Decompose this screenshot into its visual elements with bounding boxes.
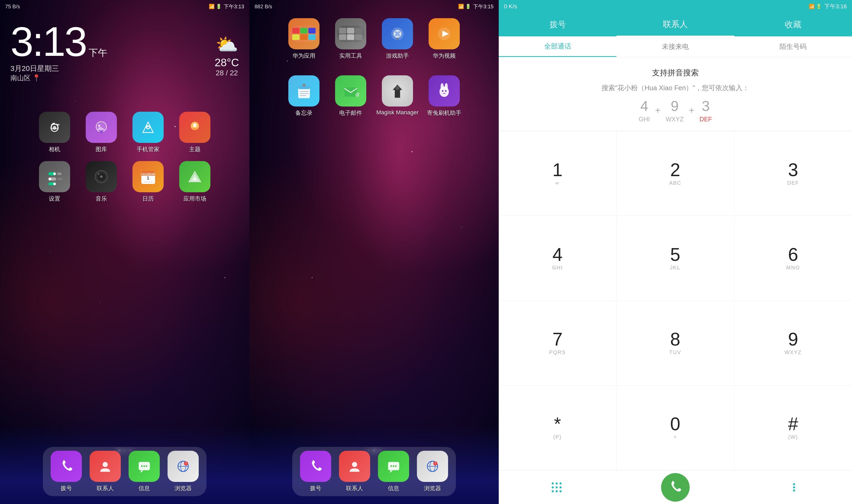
weather-widget: ⛅ 28°C 28 / 22 [215, 34, 239, 77]
dock2-browser[interactable]: ! 浏览器 [417, 451, 448, 492]
weather-temp: 28°C [215, 56, 239, 69]
call-filter-bar: 全部通话 未接来电 陌生号码 [499, 36, 852, 57]
svg-rect-3 [53, 123, 55, 124]
app-icon-manager: ★ [132, 112, 164, 143]
app-item-notes[interactable]: 备忘录 [288, 75, 320, 117]
dialpad-toggle-btn[interactable] [545, 476, 568, 499]
svg-point-78 [556, 490, 558, 492]
key-3[interactable]: 3 DEF [734, 131, 852, 216]
folder-icon-tools [337, 26, 364, 42]
app-item-camera[interactable]: 相机 [39, 112, 70, 153]
key-hash[interactable]: # (W) [734, 385, 852, 470]
dock-p2: 拨号 联系人 信息 ! 浏览器 [292, 447, 456, 496]
pinyin-search-area: 支持拼音搜索 搜索"花小粉（Hua Xiao Fen）"，您可依次输入： 4 G… [499, 57, 852, 131]
tab-dial[interactable]: 拨号 [499, 13, 616, 36]
app-item-appstore[interactable]: 应用市场 [179, 161, 211, 203]
app-icon-huawei-apps [288, 18, 320, 49]
svg-text:@: @ [355, 92, 359, 97]
app-item-game[interactable]: 🎮 游戏助手 [382, 18, 413, 60]
key-4[interactable]: 4 GHI [499, 216, 616, 301]
app-item-video[interactable]: 华为视频 [429, 18, 460, 60]
app-label-hare: 寄兔刷机助手 [427, 109, 461, 117]
svg-point-22 [100, 175, 103, 178]
app-icon-video [429, 18, 460, 49]
svg-point-59 [442, 90, 443, 92]
filter-all[interactable]: 全部通话 [499, 36, 616, 57]
key-1[interactable]: 1 ∞ [499, 131, 616, 216]
app-item-theme[interactable]: 主题 [179, 112, 211, 153]
svg-text:ON: ON [57, 173, 61, 175]
app-item-email[interactable]: @ 电子邮件 [335, 75, 366, 117]
svg-point-61 [352, 462, 357, 467]
key-8[interactable]: 8 TUV [616, 301, 734, 385]
app-icon-email: @ [335, 75, 366, 107]
dock-browser[interactable]: ! 浏览器 [167, 451, 199, 492]
pinyin-sub-1: GHI [639, 115, 650, 123]
dock2-contacts[interactable]: 联系人 [339, 451, 370, 492]
dock2-icon-contacts [339, 451, 370, 482]
svg-point-43 [394, 30, 401, 37]
svg-point-74 [552, 486, 554, 488]
dialer-tabs: 拨号 联系人 收藏 [499, 13, 852, 36]
app-item-settings[interactable]: ON OFF 设置 [39, 161, 70, 203]
key-star[interactable]: * (P) [499, 385, 616, 470]
dock2-phone[interactable]: 拨号 [300, 451, 331, 492]
app-icon-hare [429, 75, 460, 107]
pinyin-num-3: 3 [702, 98, 710, 114]
svg-point-16 [49, 178, 51, 180]
svg-point-19 [53, 183, 56, 185]
app-label-magisk: Magisk Manager [376, 109, 419, 116]
filter-missed[interactable]: 未接来电 [616, 36, 734, 57]
svg-point-31 [194, 178, 196, 181]
app-item-tools[interactable]: 实用工具 [335, 18, 366, 60]
tab-favorites[interactable]: 收藏 [734, 13, 852, 36]
call-button[interactable] [661, 473, 690, 502]
clock-ampm: 下午 [89, 47, 107, 59]
key-main-7: 7 [552, 330, 563, 348]
svg-point-55 [395, 86, 399, 90]
app-label-camera: 相机 [49, 145, 60, 153]
app-item-manager[interactable]: ★ 手机管家 [132, 112, 164, 153]
dock2-icon-sms [378, 451, 409, 482]
dialer-speed: 0 K/s [504, 3, 517, 10]
pinyin-sub-3: DEF [700, 115, 712, 123]
more-options-btn[interactable] [782, 476, 806, 499]
app-item-magisk[interactable]: Magisk Manager [376, 75, 419, 117]
app-label-huawei-apps: 华为应用 [292, 52, 315, 60]
key-0[interactable]: 0 + [616, 385, 734, 470]
dialer-bottom-bar [499, 470, 852, 504]
dialer-time: 下午3:16 [824, 3, 847, 11]
svg-point-76 [560, 486, 562, 488]
status-time-p1: 下午3:13 [224, 3, 244, 10]
svg-point-35 [143, 465, 145, 467]
svg-point-64 [393, 465, 394, 467]
app-item-huawei-apps[interactable]: 华为应用 [288, 18, 320, 60]
key-main-5: 5 [670, 246, 680, 264]
app-item-gallery[interactable]: 图库 [86, 112, 117, 153]
svg-text:!: ! [435, 462, 436, 465]
dock-contacts[interactable]: 联系人 [90, 451, 121, 492]
dock-sms[interactable]: 信息 [129, 451, 160, 492]
app-label-appstore: 应用市场 [183, 195, 206, 203]
key-7[interactable]: 7 PQRS [499, 301, 616, 385]
tab-contacts[interactable]: 联系人 [616, 13, 734, 36]
filter-unknown[interactable]: 陌生号码 [734, 36, 852, 57]
app-label-music: 音乐 [95, 195, 107, 203]
key-9[interactable]: 9 WXYZ [734, 301, 852, 385]
svg-point-77 [552, 490, 554, 492]
network-speed-p2: 882 B/s [255, 4, 272, 10]
svg-point-65 [395, 465, 397, 467]
app-item-hare[interactable]: 寄兔刷机助手 [427, 75, 461, 117]
dialer-status-icons: 📶 🔋 [809, 4, 822, 10]
app-grid-p2-top: 华为应用 实用工具 [283, 18, 465, 117]
app-item-calendar[interactable]: CALENDAR 1 2 3 4 5 6 7 日历 [132, 161, 164, 203]
key-2[interactable]: 2 ABC [616, 131, 734, 216]
app-item-music[interactable]: 音乐 [86, 161, 117, 203]
key-6[interactable]: 6 MNO [734, 216, 852, 301]
svg-text:!: ! [185, 462, 186, 465]
dock2-sms[interactable]: 信息 [378, 451, 409, 492]
weather-icon: ⛅ [215, 34, 239, 55]
dock2-label-browser: 浏览器 [424, 485, 441, 492]
key-5[interactable]: 5 JKL [616, 216, 734, 301]
dock-phone[interactable]: 拨号 [51, 451, 82, 492]
